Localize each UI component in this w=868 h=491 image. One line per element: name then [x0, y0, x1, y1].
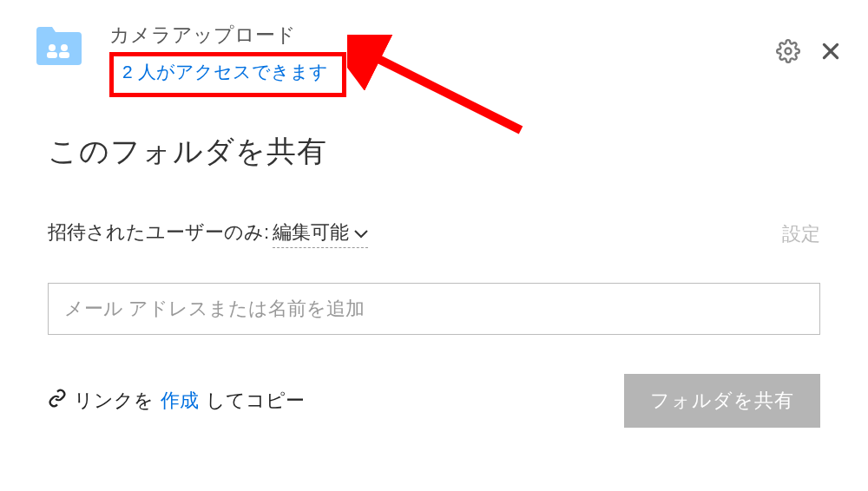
- access-count-link[interactable]: 2 人がアクセスできます: [122, 62, 328, 82]
- link-icon: [48, 389, 67, 413]
- share-dialog-title: このフォルダを共有: [48, 132, 820, 172]
- folder-info: カメラアップロード 2 人がアクセスできます: [109, 22, 776, 97]
- svg-point-4: [786, 49, 792, 55]
- invite-email-input[interactable]: [48, 283, 820, 335]
- link-text-suffix: してコピー: [206, 388, 305, 414]
- dialog-body: このフォルダを共有 招待されたユーザーのみ: 編集可能 設定 リンクを 作成: [0, 106, 868, 428]
- chevron-down-icon: [354, 221, 368, 244]
- link-text-prefix: リンクを: [74, 388, 154, 414]
- annotation-highlight-box: 2 人がアクセスできます: [109, 52, 346, 97]
- folder-title: カメラアップロード: [109, 22, 776, 49]
- permission-label: 招待されたユーザーのみ:: [48, 219, 269, 245]
- svg-point-0: [49, 44, 56, 51]
- svg-rect-1: [47, 52, 57, 58]
- permission-row: 招待されたユーザーのみ: 編集可能 設定: [48, 219, 820, 248]
- create-link-row: リンクを 作成 してコピー: [48, 388, 305, 414]
- dialog-footer: リンクを 作成 してコピー フォルダを共有: [48, 374, 820, 428]
- permission-selector: 招待されたユーザーのみ: 編集可能: [48, 219, 368, 248]
- dialog-header: カメラアップロード 2 人がアクセスできます: [0, 0, 868, 106]
- create-link-action[interactable]: 作成: [161, 388, 199, 414]
- share-folder-button[interactable]: フォルダを共有: [624, 374, 820, 428]
- shared-folder-icon: [35, 25, 83, 65]
- svg-point-2: [61, 44, 68, 51]
- permission-settings-link[interactable]: 設定: [782, 221, 820, 247]
- settings-gear-icon[interactable]: [776, 39, 800, 63]
- header-actions: [776, 39, 842, 63]
- close-icon[interactable]: [819, 40, 842, 62]
- permission-value-text: 編集可能: [273, 219, 349, 245]
- svg-rect-3: [59, 52, 69, 58]
- permission-dropdown[interactable]: 編集可能: [273, 219, 368, 248]
